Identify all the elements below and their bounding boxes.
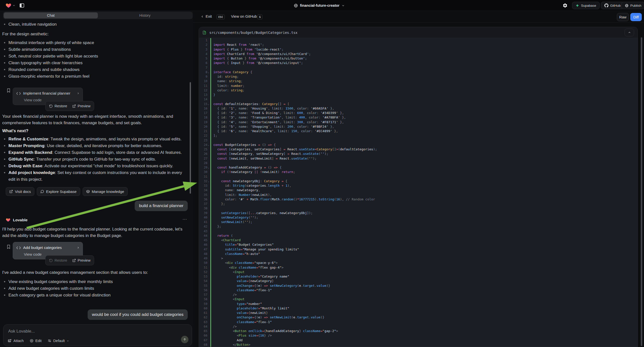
settings-gear-button[interactable]	[562, 2, 568, 9]
code-line: 22];	[199, 134, 638, 138]
code-line: 7	[199, 66, 638, 70]
code-line: 56 className="flex-1"	[199, 288, 638, 292]
version-card-title: Add budget categories	[23, 246, 74, 250]
version-actions: Restore Preview	[45, 256, 94, 265]
code-line: 27 const [newLimit, setNewLimit] = React…	[199, 156, 638, 161]
github-icon	[604, 4, 608, 8]
code-line: 50 <div className="space-y-6">	[199, 260, 638, 265]
code-line: 18 { id: '3', name: 'Transportation', li…	[199, 115, 638, 120]
code-line: 44 return (	[199, 234, 638, 238]
code-editor[interactable]: 12import React from 'react';3import { Pl…	[199, 38, 638, 347]
attach-button[interactable]: Attach	[8, 339, 24, 343]
list-item: Subtle animations and transitions	[0, 46, 184, 53]
manage-knowledge-button[interactable]: Manage knowledge	[83, 187, 128, 196]
code-line: 60 placeholder="Monthly limit"	[199, 306, 638, 311]
code-line: 57 />	[199, 292, 638, 297]
code-line: 62 onChange={(e) => setNewLimit(e.target…	[199, 315, 638, 320]
list-item: Clean, intuitive navigation	[0, 21, 184, 28]
chevron-right-icon	[77, 92, 80, 95]
view-on-github-button[interactable]: View on GitHub	[231, 14, 257, 18]
help-paragraph: I'll help you add budget categories to t…	[2, 226, 182, 239]
explore-supabase-button[interactable]: Explore Supabase	[37, 187, 80, 196]
collapse-file-button[interactable]	[624, 29, 634, 36]
file-path-bar[interactable]: src/components/budget/BudgetCategories.t…	[199, 27, 638, 38]
chevron-left-icon[interactable]	[201, 15, 204, 18]
code-line: 48 className="h-auto"	[199, 252, 638, 256]
code-line: 13}	[199, 92, 638, 97]
edit-button[interactable]: Edit	[30, 339, 42, 343]
supabase-button[interactable]: Supabase	[572, 2, 600, 9]
send-button[interactable]	[181, 336, 188, 343]
code-scrollbar[interactable]	[641, 37, 642, 346]
raw-toggle-button[interactable]: Raw	[617, 13, 629, 21]
code-line: 20 { id: '5', name: 'Shopping', limit: 2…	[199, 124, 638, 129]
code-line: 11 limit: number;	[199, 84, 638, 88]
code-line: 25 const [categories, setCategories] = R…	[199, 147, 638, 152]
tab-chat[interactable]: Chat	[4, 12, 98, 18]
sidebar-toggle-button[interactable]	[18, 2, 26, 9]
code-line: 49 >	[199, 256, 638, 260]
bookmark-icon[interactable]	[6, 88, 11, 93]
fold-chevron-icon[interactable]: ⌄	[208, 70, 209, 74]
g-key-badge: G	[258, 14, 262, 20]
project-name: financial-future-creator	[300, 4, 340, 8]
code-panel: Exit ESC View on GitHub G Raw Diff src/c…	[193, 11, 644, 347]
list-item: Debug with Ease: Activate our experiment…	[0, 162, 184, 169]
code-line: 35 limit: Number(newLimit),	[199, 193, 638, 197]
code-line: 68 </Button>	[199, 342, 638, 347]
fold-chevron-icon[interactable]: ⌄	[208, 165, 209, 170]
github-button[interactable]: GitHub	[601, 2, 624, 9]
visit-docs-button[interactable]: Visit docs	[6, 187, 34, 196]
code-line: 23	[199, 138, 638, 143]
fold-chevron-icon[interactable]: ⌄	[208, 143, 209, 147]
publish-button[interactable]: Publish	[621, 2, 644, 9]
code-line: 55 onChange={(e) => setNewCategory(e.tar…	[199, 284, 638, 288]
quick-action-buttons: Visit docs Explore Supabase Manage knowl…	[6, 187, 128, 196]
project-selector[interactable]: financial-future-creator	[294, 2, 345, 8]
code-line: 47 subtitle="Manage your spending limits…	[199, 247, 638, 252]
preview-button[interactable]: Preview	[72, 258, 90, 262]
chat-history-tabs: Chat History	[3, 12, 193, 19]
lovable-logo-icon[interactable]	[6, 2, 12, 8]
code-line: 9 id: string;	[199, 74, 638, 79]
code-line: 24⌄const BudgetCategories = () => {	[199, 143, 638, 147]
code-line: 12 color: string;	[199, 88, 638, 92]
tab-history[interactable]: History	[98, 12, 192, 18]
version-card-title: Implement financial planner	[23, 91, 74, 96]
code-line: 29⌄ const handleAddCategory = () => {	[199, 165, 638, 170]
code-line: 41 setNewLimit('');	[199, 220, 638, 224]
list-item: GitHub Sync: Transfer your project's cod…	[0, 156, 184, 162]
prompt-input[interactable]: Ask Lovable... Attach Edit Default	[3, 324, 192, 346]
code-header: Exit ESC View on GitHub G Raw Diff	[193, 11, 644, 23]
fold-chevron-icon[interactable]: ⌄	[208, 102, 209, 106]
code-line: 34 name: newCategory,	[199, 188, 638, 192]
model-mode-select[interactable]: Default	[48, 339, 69, 343]
list-item: Add project knowledge: Set key context o…	[0, 169, 184, 183]
whats-next-heading: What's next?	[2, 128, 28, 134]
code-line: 3import { Plus } from 'lucide-react';	[199, 47, 638, 52]
aesthetic-heading: For the design aesthetic:	[2, 31, 48, 37]
restore-button[interactable]: Restore	[49, 104, 67, 108]
code-line: 5import { Button } from '@/components/ui…	[199, 56, 638, 61]
logo-chevron-down-icon[interactable]	[12, 4, 16, 7]
message-more-options-icon[interactable]: ⋯	[182, 216, 188, 222]
lovable-heart-icon	[6, 218, 10, 222]
top-bar: financial-future-creator Supabase GitHub…	[0, 0, 644, 11]
globe-icon	[294, 4, 298, 8]
code-line: 31	[199, 174, 638, 179]
chat-scrollbar[interactable]	[190, 82, 191, 194]
list-item: Glass-morphic elements for a premium fee…	[0, 73, 184, 80]
preview-button[interactable]: Preview	[72, 104, 90, 108]
code-line: 63 className="flex-1"	[199, 320, 638, 324]
added-paragraph: I've added a new budget categories manag…	[2, 269, 182, 276]
user-message-bubble: would be cool if you could add budget ca…	[88, 310, 188, 320]
fold-chevron-icon[interactable]: ⌄	[208, 179, 209, 184]
diff-toggle-button[interactable]: Diff	[630, 13, 642, 21]
bookmark-icon[interactable]	[6, 244, 11, 249]
code-line: 61 value={newLimit}	[199, 311, 638, 315]
exit-button[interactable]: Exit	[206, 14, 212, 18]
list-item: Add new budget categories with custom li…	[0, 285, 184, 292]
code-line: 52 <Input	[199, 270, 638, 274]
list-item: Master Prompting: Use clear, detailed, a…	[0, 142, 184, 149]
file-added-icon	[202, 30, 206, 34]
